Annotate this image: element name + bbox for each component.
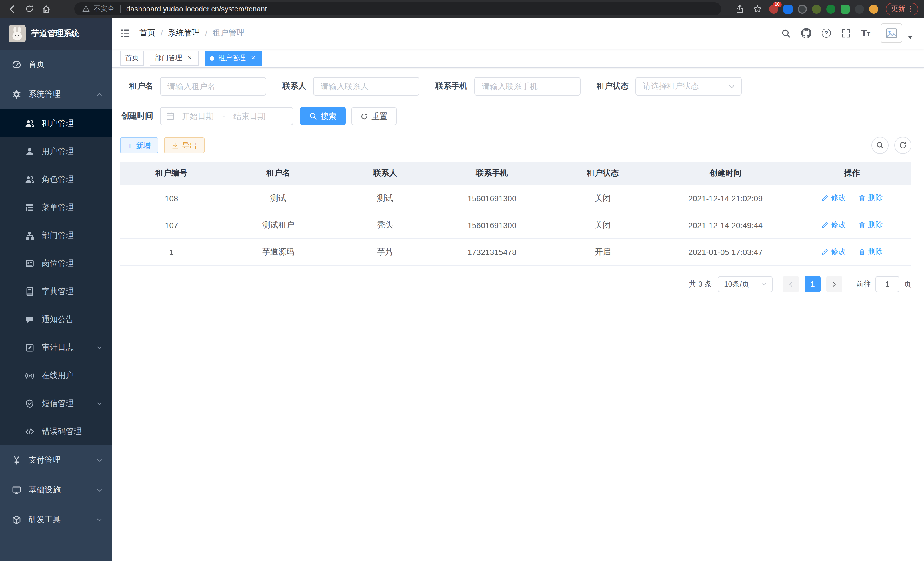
status-select[interactable]: 请选择租户状态 (635, 77, 742, 96)
goto-page: 前往 页 (856, 276, 911, 292)
sidebar-item-sms[interactable]: 短信管理 (0, 390, 112, 417)
sidebar-item-dict[interactable]: 字典管理 (0, 277, 112, 305)
pagination: 共 3 条 10条/页 1 前往 页 (120, 276, 911, 292)
audit-log-icon (25, 343, 34, 352)
tab-tenant[interactable]: 租户管理 × (205, 51, 262, 65)
edit-link[interactable]: 修改 (821, 193, 846, 203)
next-page-button[interactable] (826, 276, 842, 292)
peoples-icon (25, 119, 34, 128)
sidebar-item-label: 研发工具 (28, 515, 61, 525)
create-time-range-picker[interactable]: - (160, 107, 293, 125)
sidebar-item-online-user[interactable]: 在线用户 (0, 361, 112, 390)
share-icon[interactable] (734, 3, 746, 15)
sidebar-item-label: 部门管理 (42, 230, 74, 241)
chevron-up-icon (96, 91, 103, 98)
sidebar-item-tenant[interactable]: 租户管理 (0, 109, 112, 137)
sidebar-item-system[interactable]: 系统管理 (0, 80, 112, 109)
page-number-button[interactable]: 1 (805, 276, 820, 292)
delete-link[interactable]: 删除 (858, 193, 883, 203)
page-size-select[interactable]: 10条/页 (718, 276, 772, 292)
contact-input[interactable] (313, 77, 419, 96)
extension-icon[interactable] (855, 4, 864, 14)
close-icon[interactable]: × (186, 54, 194, 62)
extension-icon[interactable] (869, 4, 878, 14)
user-avatar[interactable] (880, 23, 902, 43)
sidebar-item-home[interactable]: 首页 (0, 50, 112, 80)
app-logo[interactable]: 芋道管理系统 (0, 18, 112, 50)
chevron-down-icon (96, 457, 103, 464)
edit-link[interactable]: 修改 (821, 220, 846, 230)
search-form-row-1: 租户名 联系人 联系手机 租户状态 请选择租户状态 (120, 77, 911, 96)
tab-home[interactable]: 首页 (120, 51, 144, 65)
toggle-search-button[interactable] (872, 137, 889, 154)
sidebar-item-post[interactable]: 岗位管理 (0, 249, 112, 277)
goto-page-input[interactable] (875, 276, 899, 292)
fullscreen-icon[interactable] (841, 28, 851, 38)
system-submenu: 租户管理 用户管理 角色管理 菜单管理 (0, 109, 112, 445)
tab-dept[interactable]: 部门管理 × (150, 51, 199, 65)
add-button[interactable]: + 新增 (120, 137, 158, 153)
search-button[interactable]: 搜索 (300, 107, 346, 125)
page-content: 租户名 联系人 联系手机 租户状态 请选择租户状态 (112, 68, 924, 561)
reset-button[interactable]: 重置 (351, 107, 397, 125)
divider (120, 5, 121, 13)
search-icon (309, 112, 317, 120)
reload-button[interactable] (23, 3, 35, 15)
export-button[interactable]: 导出 (164, 137, 205, 153)
caret-down-icon[interactable] (908, 36, 913, 39)
close-icon[interactable]: × (249, 54, 257, 62)
sidebar-item-label: 通知公告 (42, 314, 74, 325)
page-size-value: 10条/页 (724, 279, 749, 289)
header-actions: ? TT (781, 23, 913, 43)
sidebar-item-audit-log[interactable]: 审计日志 (0, 333, 112, 361)
cell-contact: 芋艿 (334, 238, 436, 265)
phone-input[interactable] (474, 77, 580, 96)
sidebar-item-payment[interactable]: 支付管理 (0, 445, 112, 475)
tenant-name-input[interactable] (160, 77, 266, 96)
column-header-actions: 操作 (793, 162, 911, 185)
cell-created: 2021-01-05 17:03:47 (658, 238, 793, 265)
address-bar[interactable]: 不安全 dashboard.yudao.iocoder.cn/system/te… (74, 2, 721, 15)
sidebar-item-dept[interactable]: 部门管理 (0, 221, 112, 249)
end-date-input[interactable] (229, 111, 270, 121)
extension-icon[interactable]: 10 (769, 4, 778, 14)
home-button[interactable] (40, 3, 52, 15)
browser-update-button[interactable]: 更新 (885, 3, 918, 15)
sidebar-item-user[interactable]: 用户管理 (0, 137, 112, 165)
url-text: dashboard.yudao.iocoder.cn/system/tenant (126, 5, 267, 13)
cell-tenant-name: 测试租户 (223, 212, 334, 238)
extension-icon[interactable] (783, 4, 792, 14)
breadcrumb-item[interactable]: 首页 (140, 28, 155, 38)
delete-link[interactable]: 删除 (858, 220, 883, 230)
extension-icon[interactable] (840, 4, 849, 14)
cell-tenant-id: 1 (120, 238, 223, 265)
font-size-icon[interactable]: TT (861, 29, 870, 38)
sidebar-item-notice[interactable]: 通知公告 (0, 305, 112, 333)
delete-link[interactable]: 删除 (858, 247, 883, 257)
prev-page-button[interactable] (783, 276, 799, 292)
edit-link[interactable]: 修改 (821, 247, 846, 257)
browser-menu-icon[interactable] (909, 5, 913, 14)
sidebar-item-infrastructure[interactable]: 基础设施 (0, 475, 112, 505)
github-icon[interactable] (801, 28, 812, 38)
bookmark-star-icon[interactable] (751, 3, 764, 15)
extension-icon[interactable] (826, 4, 835, 14)
search-icon[interactable] (781, 28, 791, 38)
sidebar-item-role[interactable]: 角色管理 (0, 165, 112, 193)
sidebar-item-label: 基础设施 (28, 485, 61, 495)
sidebar-item-dev-tools[interactable]: 研发工具 (0, 505, 112, 535)
post-badge-icon (25, 259, 34, 268)
extension-icon[interactable] (812, 4, 821, 14)
sidebar-item-error-code[interactable]: 错误码管理 (0, 417, 112, 445)
back-button[interactable] (6, 3, 18, 15)
column-header-phone: 联系手机 (436, 162, 548, 185)
sidebar-toggle-icon[interactable] (120, 28, 130, 38)
extension-icon[interactable] (797, 4, 807, 14)
sidebar-item-menu[interactable]: 菜单管理 (0, 193, 112, 221)
start-date-input[interactable] (177, 111, 218, 121)
sidebar-item-label: 字典管理 (42, 286, 74, 296)
message-icon (25, 315, 34, 324)
help-icon[interactable]: ? (822, 29, 831, 38)
refresh-table-button[interactable] (894, 137, 911, 154)
breadcrumb-item[interactable]: 系统管理 (168, 28, 200, 38)
